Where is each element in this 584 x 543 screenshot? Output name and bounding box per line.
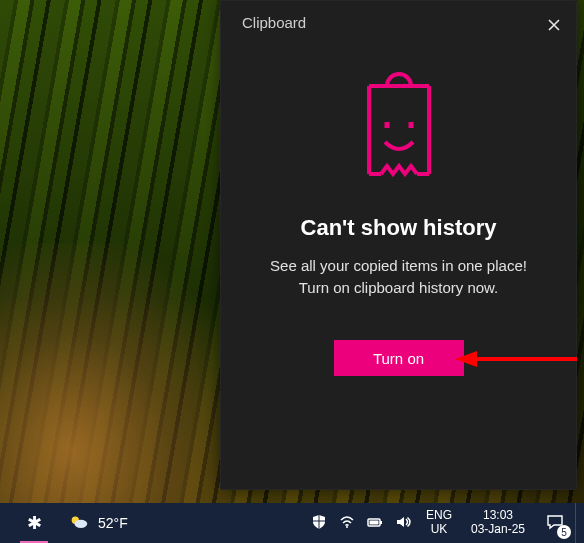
subtext-line: Turn on clipboard history now. [299,279,499,296]
turn-on-button[interactable]: Turn on [334,340,464,376]
panel-heading: Can't show history [220,215,577,241]
taskbar-action-center[interactable]: 5 [535,503,575,543]
language-primary: ENG [426,509,452,523]
show-desktop-button[interactable] [575,503,582,543]
tray-wifi-icon[interactable] [333,503,361,543]
panel-subtext: See all your copied items in one place! … [240,255,557,299]
tray-security-icon[interactable] [305,503,333,543]
taskbar-language[interactable]: ENG UK [417,503,461,543]
speaker-icon [395,514,411,533]
battery-icon [367,514,383,533]
svg-rect-6 [380,521,382,524]
svg-point-3 [74,519,87,527]
shield-icon [311,514,327,533]
clipboard-flyout: Clipboard Can't show history See all you… [220,0,577,490]
wifi-icon [339,514,355,533]
weather-icon [68,511,90,536]
subtext-line: See all your copied items in one place! [270,257,527,274]
clipboard-smile-icon [357,72,441,188]
taskbar-app-slack[interactable]: ✱ [14,503,54,543]
notification-badge: 5 [557,525,571,539]
taskbar-clock[interactable]: 13:03 03-Jan-25 [461,503,535,543]
close-button[interactable] [537,6,571,46]
svg-point-4 [346,526,348,528]
tray-battery-icon[interactable] [361,503,389,543]
slack-icon: ✱ [27,514,42,532]
svg-rect-7 [370,520,379,524]
weather-temp: 52°F [98,515,128,531]
tray-volume-icon[interactable] [389,503,417,543]
close-icon [548,17,560,35]
taskbar: ✱ 52°F [0,503,584,543]
tray-overflow-button[interactable] [283,503,305,543]
panel-title: Clipboard [242,14,306,31]
clock-date: 03-Jan-25 [471,523,525,537]
clock-time: 13:03 [483,509,513,523]
language-secondary: UK [431,523,448,537]
taskbar-weather[interactable]: 52°F [54,503,142,543]
